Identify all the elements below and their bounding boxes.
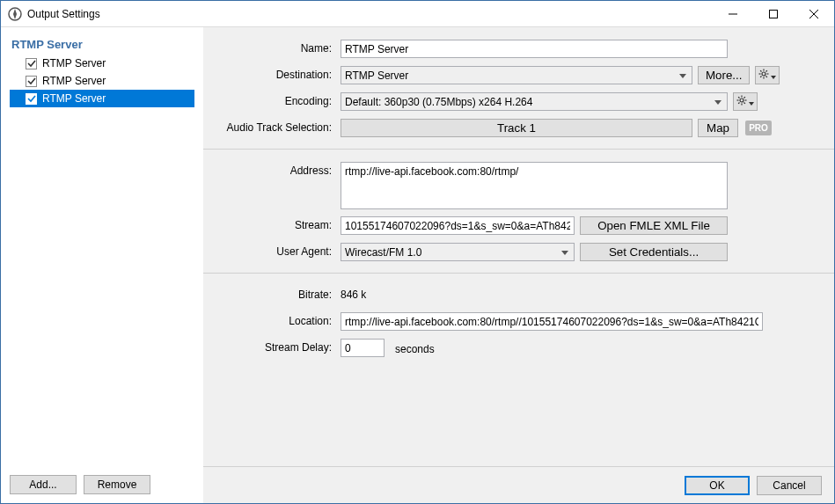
- sidebar-item-rtmp-1[interactable]: RTMP Server: [10, 72, 194, 90]
- chevron-down-icon: [771, 69, 776, 82]
- chevron-down-icon: [749, 95, 754, 108]
- sidebar-item-label: RTMP Server: [42, 92, 106, 105]
- gear-icon: [736, 95, 747, 108]
- set-credentials-button[interactable]: Set Credentials...: [580, 243, 728, 261]
- sidebar-item-label: RTMP Server: [42, 57, 106, 69]
- svg-line-11: [766, 77, 767, 77]
- section-info: Bitrate: 846 k Location: Stream Delay:: [203, 274, 834, 369]
- sidebar-list: RTMP ServerRTMP ServerRTMP Server: [10, 55, 194, 468]
- section-general: Name: Destination: RTMP Server More...: [203, 27, 834, 150]
- cancel-button[interactable]: Cancel: [757, 476, 822, 495]
- bitrate-value: 846 k: [341, 286, 366, 301]
- sidebar-item-rtmp-2[interactable]: RTMP Server: [10, 90, 194, 107]
- add-button[interactable]: Add...: [10, 475, 77, 494]
- destination-gear-button[interactable]: [755, 66, 780, 84]
- bitrate-label: Bitrate:: [217, 286, 341, 301]
- map-button[interactable]: Map: [698, 119, 738, 137]
- sidebar-item-label: RTMP Server: [42, 75, 106, 87]
- ok-button[interactable]: OK: [685, 476, 750, 495]
- output-settings-window: Output Settings RTMP Server RTMP ServerR…: [0, 0, 835, 504]
- name-input[interactable]: [341, 40, 728, 58]
- location-label: Location:: [217, 312, 341, 327]
- section-connection: Address: Stream: Open FMLE XML File: [203, 150, 834, 274]
- stream-delay-input[interactable]: [341, 339, 385, 357]
- remove-button[interactable]: Remove: [84, 475, 150, 494]
- sidebar-header: RTMP Server: [10, 38, 194, 51]
- open-fmle-button[interactable]: Open FMLE XML File: [580, 216, 728, 235]
- checkbox-icon[interactable]: [26, 58, 37, 69]
- encoding-gear-button[interactable]: [733, 92, 758, 111]
- stream-label: Stream:: [217, 216, 341, 231]
- sidebar: RTMP Server RTMP ServerRTMP ServerRTMP S…: [1, 27, 203, 503]
- titlebar: Output Settings: [1, 1, 834, 27]
- svg-rect-2: [770, 10, 778, 18]
- encoding-label: Encoding:: [217, 92, 341, 107]
- svg-line-19: [738, 97, 739, 98]
- stream-delay-unit: seconds: [390, 340, 435, 355]
- stream-input[interactable]: [341, 216, 575, 235]
- close-button[interactable]: [794, 1, 834, 27]
- destination-label: Destination:: [217, 66, 341, 81]
- address-input[interactable]: [341, 162, 728, 209]
- svg-line-13: [761, 77, 762, 77]
- location-input[interactable]: [341, 312, 763, 331]
- footer: OK Cancel: [203, 466, 834, 503]
- address-label: Address:: [217, 162, 341, 177]
- more-button[interactable]: More...: [698, 66, 750, 84]
- checkbox-icon[interactable]: [26, 76, 37, 87]
- svg-line-22: [738, 103, 739, 104]
- sidebar-item-rtmp-0[interactable]: RTMP Server: [10, 55, 194, 72]
- minimize-button[interactable]: [713, 1, 753, 27]
- app-icon: [8, 7, 22, 21]
- svg-line-20: [744, 103, 745, 104]
- maximize-button[interactable]: [753, 1, 794, 27]
- pro-badge: PRO: [745, 121, 772, 135]
- gear-icon: [758, 69, 769, 82]
- audio-track-label: Audio Track Selection:: [217, 119, 341, 134]
- checkbox-icon[interactable]: [26, 93, 37, 105]
- main-panel: Name: Destination: RTMP Server More...: [203, 27, 834, 503]
- user-agent-label: User Agent:: [217, 243, 341, 258]
- encoding-select[interactable]: Default: 360p30 (0.75Mbps) x264 H.264: [341, 92, 728, 111]
- stream-delay-label: Stream Delay:: [217, 339, 341, 354]
- svg-line-21: [744, 97, 745, 98]
- name-label: Name:: [217, 40, 341, 55]
- destination-select[interactable]: RTMP Server: [341, 66, 692, 84]
- track-button[interactable]: Track 1: [341, 119, 692, 137]
- window-title: Output Settings: [27, 8, 713, 20]
- user-agent-select[interactable]: Wirecast/FM 1.0: [341, 243, 575, 261]
- svg-line-10: [761, 70, 762, 71]
- svg-point-14: [740, 99, 743, 102]
- svg-line-12: [766, 70, 767, 71]
- svg-point-5: [762, 72, 765, 76]
